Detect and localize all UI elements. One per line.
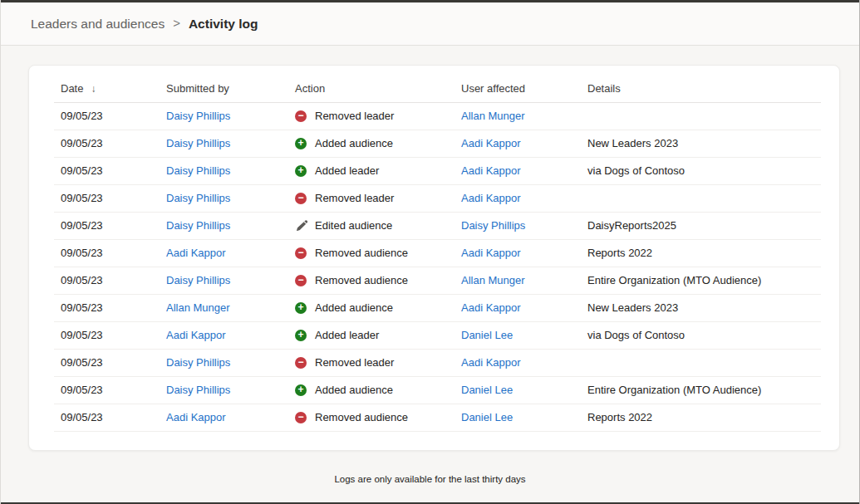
cell-details <box>581 102 821 130</box>
table-row: 09/05/23Daisy Phillips+Added audienceDan… <box>54 376 821 404</box>
action-label: Edited audience <box>315 219 392 232</box>
submitted-by-link[interactable]: Daisy Phillips <box>166 274 230 286</box>
user-affected-link[interactable]: Daniel Lee <box>461 384 513 396</box>
minus-circle-icon: − <box>295 247 307 259</box>
cell-action: +Added audience <box>288 130 455 157</box>
cell-date: 09/05/23 <box>54 321 160 349</box>
submitted-by-link[interactable]: Aadi Kappor <box>166 411 226 423</box>
submitted-by-link[interactable]: Daisy Phillips <box>166 110 230 122</box>
column-header-details: Details <box>581 75 821 102</box>
minus-circle-icon: − <box>295 412 307 423</box>
cell-action: −Removed leader <box>288 349 455 376</box>
action-label: Added leader <box>315 164 379 177</box>
action-label: Removed leader <box>315 110 394 122</box>
table-row: 09/05/23Daisy Phillips−Removed audienceA… <box>54 267 821 294</box>
table-row: 09/05/23Daisy Phillips+Added leaderAadi … <box>54 157 821 184</box>
cell-details: via Dogs of Contoso <box>581 157 821 184</box>
plus-circle-icon: + <box>295 138 307 149</box>
action-label: Added audience <box>315 137 393 149</box>
action-label: Removed leader <box>315 192 394 204</box>
cell-action: +Added audience <box>288 376 455 404</box>
table-row: 09/05/23Aadi Kappor−Removed audienceDani… <box>54 404 821 431</box>
cell-details: New Leaders 2023 <box>581 130 821 157</box>
cell-date: 09/05/23 <box>54 376 160 404</box>
minus-circle-icon: − <box>295 357 307 369</box>
cell-action: −Removed audience <box>288 239 455 267</box>
cell-submitted-by: Daisy Phillips <box>160 212 288 239</box>
activity-log-table: Date↓Submitted byActionUser affectedDeta… <box>54 75 821 432</box>
submitted-by-link[interactable]: Aadi Kappor <box>166 329 226 341</box>
plus-circle-icon: + <box>295 302 307 314</box>
user-affected-link[interactable]: Daisy Phillips <box>461 219 525 232</box>
submitted-by-link[interactable]: Daisy Phillips <box>166 219 230 232</box>
submitted-by-link[interactable]: Allan Munger <box>166 301 230 314</box>
user-affected-link[interactable]: Allan Munger <box>461 110 525 122</box>
chevron-right-icon: > <box>173 16 180 30</box>
cell-action: +Added audience <box>288 294 455 321</box>
cell-date: 09/05/23 <box>54 294 160 321</box>
column-header-user_affected: User affected <box>455 75 581 102</box>
cell-user-affected: Daniel Lee <box>455 376 581 404</box>
user-affected-link[interactable]: Daniel Lee <box>461 411 513 423</box>
cell-submitted-by: Daisy Phillips <box>160 184 288 212</box>
cell-submitted-by: Daisy Phillips <box>160 267 288 294</box>
cell-action: +Added leader <box>288 321 455 349</box>
cell-submitted-by: Daisy Phillips <box>160 157 288 184</box>
submitted-by-link[interactable]: Daisy Phillips <box>166 192 230 204</box>
breadcrumb-leaders-and-audiences[interactable]: Leaders and audiences <box>31 17 165 32</box>
user-affected-link[interactable]: Aadi Kappor <box>461 356 521 369</box>
cell-user-affected: Allan Munger <box>455 267 581 294</box>
cell-date: 09/05/23 <box>54 349 160 376</box>
user-affected-link[interactable]: Aadi Kappor <box>461 164 521 177</box>
submitted-by-link[interactable]: Aadi Kappor <box>166 247 226 259</box>
cell-user-affected: Aadi Kappor <box>455 130 581 157</box>
cell-details: DaisyReports2025 <box>581 212 821 239</box>
user-affected-link[interactable]: Aadi Kappor <box>461 247 521 259</box>
action-label: Removed audience <box>315 247 408 259</box>
minus-circle-icon: − <box>295 110 307 122</box>
table-row: 09/05/23Aadi Kappor+Added leaderDaniel L… <box>54 321 821 349</box>
user-affected-link[interactable]: Aadi Kappor <box>461 137 521 149</box>
breadcrumb: Leaders and audiences > Activity log <box>31 17 258 32</box>
cell-user-affected: Daniel Lee <box>455 321 581 349</box>
breadcrumb-bar: Leaders and audiences > Activity log <box>1 2 859 46</box>
cell-user-affected: Aadi Kappor <box>455 294 581 321</box>
table-row: 09/05/23Daisy PhillipsEdited audienceDai… <box>54 212 821 239</box>
table-row: 09/05/23Daisy Phillips+Added audienceAad… <box>54 130 821 157</box>
table-row: 09/05/23Daisy Phillips−Removed leaderAad… <box>54 184 821 212</box>
cell-submitted-by: Daisy Phillips <box>160 130 288 157</box>
submitted-by-link[interactable]: Daisy Phillips <box>166 384 230 396</box>
submitted-by-link[interactable]: Daisy Phillips <box>166 356 230 369</box>
user-affected-link[interactable]: Aadi Kappor <box>461 301 521 314</box>
cell-details: Entire Organization (MTO Audience) <box>581 376 821 404</box>
cell-details: Reports 2022 <box>581 404 821 431</box>
cell-date: 09/05/23 <box>54 267 160 294</box>
cell-action: Edited audience <box>288 212 455 239</box>
main-content: Date↓Submitted byActionUser affectedDeta… <box>1 46 859 502</box>
action-label: Added audience <box>315 384 393 396</box>
user-affected-link[interactable]: Daniel Lee <box>461 329 513 341</box>
column-header-submitted_by: Submitted by <box>160 75 288 102</box>
submitted-by-link[interactable]: Daisy Phillips <box>166 164 230 177</box>
sort-descending-icon: ↓ <box>91 83 96 95</box>
cell-date: 09/05/23 <box>54 157 160 184</box>
submitted-by-link[interactable]: Daisy Phillips <box>166 137 230 149</box>
table-row: 09/05/23Daisy Phillips−Removed leaderAad… <box>54 349 821 376</box>
table-header-row: Date↓Submitted byActionUser affectedDeta… <box>54 75 821 102</box>
user-affected-link[interactable]: Aadi Kappor <box>461 192 521 204</box>
plus-circle-icon: + <box>295 330 307 341</box>
cell-user-affected: Aadi Kappor <box>455 349 581 376</box>
cell-details: New Leaders 2023 <box>581 294 821 321</box>
cell-user-affected: Daniel Lee <box>455 404 581 431</box>
cell-submitted-by: Daisy Phillips <box>160 376 288 404</box>
column-header-date[interactable]: Date↓ <box>54 75 160 102</box>
cell-submitted-by: Aadi Kappor <box>160 239 288 267</box>
cell-submitted-by: Aadi Kappor <box>160 321 288 349</box>
cell-date: 09/05/23 <box>54 130 160 157</box>
cell-user-affected: Aadi Kappor <box>455 157 581 184</box>
cell-submitted-by: Aadi Kappor <box>160 404 288 431</box>
user-affected-link[interactable]: Allan Munger <box>461 274 525 286</box>
cell-action: −Removed audience <box>288 267 455 294</box>
cell-user-affected: Aadi Kappor <box>455 184 581 212</box>
cell-date: 09/05/23 <box>54 184 160 212</box>
